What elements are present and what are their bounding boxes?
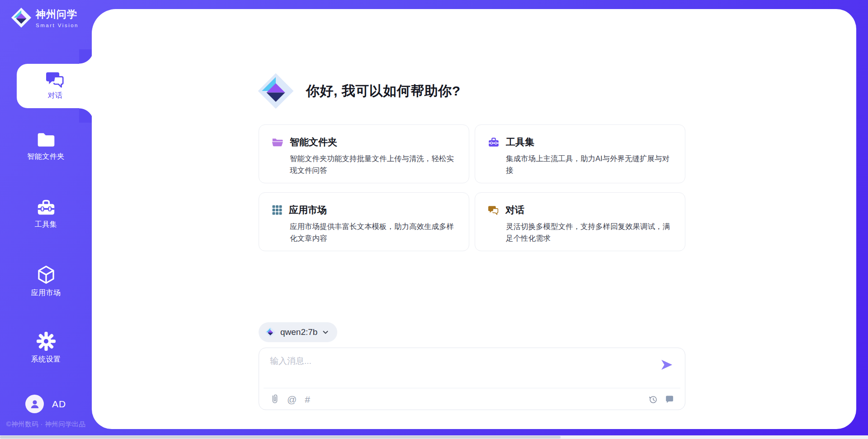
brand-logo-icon (11, 7, 32, 28)
topic-hash-icon[interactable]: # (305, 395, 310, 404)
chat-bubbles-icon (17, 71, 94, 89)
attachment-icon[interactable] (270, 394, 279, 404)
card-app-market[interactable]: 应用市场 应用市场提供丰富长文本模板，助力高效生成多样化文章内容 (259, 192, 469, 251)
card-title: 应用市场 (289, 204, 327, 216)
copyright: ©神州数码 · 神州问学出品 (0, 420, 92, 429)
model-name: qwen2:7b (280, 327, 317, 337)
folder-icon (0, 131, 92, 148)
mention-icon[interactable]: @ (287, 395, 297, 404)
sidebar-item-label: 对话 (17, 91, 94, 100)
sidebar-item-label: 应用市场 (0, 288, 92, 298)
cube-icon (0, 265, 92, 285)
sidebar-item-app-market[interactable]: 应用市场 (0, 265, 92, 298)
brand: 神州问学 Smart Vision (11, 7, 79, 28)
greeting-title: 你好, 我可以如何帮助你? (306, 82, 461, 100)
gear-icon (0, 331, 92, 351)
user-row[interactable]: AD (25, 395, 66, 413)
message-input[interactable] (270, 355, 645, 383)
brand-name: 神州问学 (36, 8, 79, 21)
greeting: 你好, 我可以如何帮助你? (257, 72, 461, 110)
card-toolset[interactable]: 工具集 集成市场上主流工具，助力AI与外界无缝扩展与对接 (475, 124, 685, 183)
card-description: 集成市场上主流工具，助力AI与外界无缝扩展与对接 (506, 153, 674, 176)
card-title: 对话 (505, 204, 524, 216)
card-description: 应用市场提供丰富长文本模板，助力高效生成多样化文章内容 (290, 221, 458, 244)
chevron-down-icon (322, 329, 329, 336)
horizontal-scrollbar[interactable] (0, 435, 868, 439)
card-smart-folder[interactable]: 智能文件夹 智能文件夹功能支持批量文件上传与清洗，轻松实现文件问答 (259, 124, 469, 183)
chat-bubble-icon[interactable] (665, 395, 674, 404)
brand-subtitle: Smart Vision (36, 23, 79, 28)
person-icon (29, 399, 40, 410)
scrollbar-thumb[interactable] (0, 436, 561, 439)
card-description: 灵活切换多模型文件，支持多样回复效果调试，满足个性化需求 (506, 221, 674, 244)
avatar[interactable] (25, 395, 44, 413)
history-icon[interactable] (648, 395, 658, 404)
sidebar-item-label: 智能文件夹 (0, 152, 92, 162)
grid-icon (272, 205, 283, 215)
send-icon[interactable] (660, 359, 673, 371)
sidebar-item-chat[interactable]: 对话 (17, 64, 94, 108)
card-chat[interactable]: 对话 灵活切换多模型文件，支持多样回复效果调试，满足个性化需求 (475, 192, 685, 251)
toolbox-icon (0, 198, 92, 216)
sidebar-item-smart-folder[interactable]: 智能文件夹 (0, 131, 92, 162)
card-description: 智能文件夹功能支持批量文件上传与清洗，轻松实现文件问答 (290, 153, 458, 176)
sidebar-item-label: 工具集 (0, 220, 92, 229)
sidebar-item-settings[interactable]: 系统设置 (0, 331, 92, 364)
sidebar: 神州问学 Smart Vision 对话 智能文件夹 (0, 0, 92, 439)
main-panel: 你好, 我可以如何帮助你? 智能文件夹 智能文件夹功能支持批量文件上传与清洗，轻… (92, 9, 856, 429)
assistant-logo-icon (257, 72, 294, 110)
chat-bubbles-icon (488, 205, 499, 215)
model-selector[interactable]: qwen2:7b (259, 322, 337, 342)
sidebar-item-label: 系统设置 (0, 355, 92, 364)
toolbox-icon (488, 137, 500, 148)
open-folder-icon (272, 137, 283, 148)
card-title: 工具集 (506, 136, 534, 148)
feature-cards: 智能文件夹 智能文件夹功能支持批量文件上传与清洗，轻松实现文件问答 (259, 124, 685, 251)
card-title: 智能文件夹 (290, 136, 337, 148)
sidebar-item-toolset[interactable]: 工具集 (0, 198, 92, 229)
user-name: AD (52, 399, 66, 410)
model-logo-icon (265, 327, 276, 338)
composer-toolbar: @ # (259, 388, 685, 410)
composer: @ # (259, 348, 685, 410)
app-root: 神州问学 Smart Vision 对话 智能文件夹 (0, 0, 868, 439)
